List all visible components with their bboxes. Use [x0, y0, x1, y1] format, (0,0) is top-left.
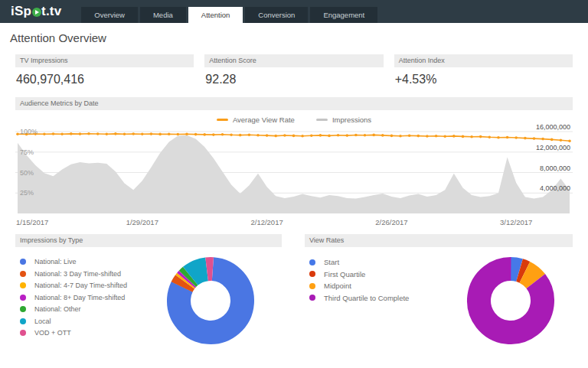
legend-swatch [217, 119, 228, 121]
legend-national-live[interactable]: National: Live [20, 258, 139, 265]
legend-dot [309, 283, 315, 289]
dashboard: iSp t.tv Overview Media Attention Conver… [0, 0, 588, 368]
kpi-label: TV Impressions [15, 54, 194, 67]
svg-text:2/26/2017: 2/26/2017 [375, 218, 407, 226]
section-header-audience: Audience Metrics by Date [15, 97, 573, 110]
section-gap [282, 234, 305, 346]
legend-label: Local [34, 318, 51, 325]
logo-text-prefix: iSp [11, 4, 31, 19]
legend-dot [20, 271, 26, 277]
legend-label: National: Other [34, 305, 81, 313]
legend-dot [309, 271, 315, 277]
nav-tabs: Overview Media Attention Conversion Enga… [81, 0, 380, 23]
legend-label: National: 8+ Day Time-shifted [34, 294, 125, 301]
svg-text:8,000,000: 8,000,000 [540, 164, 570, 172]
section-header-view-rates: View Rates [305, 234, 573, 247]
legend-dot [309, 259, 315, 265]
legend-dot [20, 330, 26, 336]
legend-dot [20, 295, 26, 301]
legend-national-3day[interactable]: National: 3 Day Time-shifted [20, 270, 139, 278]
svg-text:2/12/2017: 2/12/2017 [250, 218, 283, 226]
legend-impressions[interactable]: Impressions [316, 116, 371, 124]
kpi-tv-impressions: TV Impressions 460,970,416 [15, 54, 194, 86]
svg-text:1/29/2017: 1/29/2017 [126, 218, 158, 226]
audience-chart-svg[interactable]: 100%75%50%25%16,000,00012,000,0008,000,0… [15, 125, 573, 227]
legend-label: Impressions [332, 116, 371, 124]
svg-text:12,000,000: 12,000,000 [536, 144, 570, 151]
legend-national-other[interactable]: National: Other [20, 305, 139, 313]
kpi-value: 460,970,416 [15, 73, 194, 86]
top-navbar: iSp t.tv Overview Media Attention Conver… [0, 0, 588, 23]
legend-vod-ott[interactable]: VOD + OTT [20, 329, 139, 337]
legend-dot [20, 318, 26, 324]
impressions-type-donut[interactable] [165, 256, 256, 346]
tab-engagement[interactable]: Engagement [310, 7, 377, 23]
kpi-label: Attention Score [204, 54, 383, 67]
legend-first-quartile[interactable]: First Quartile [309, 270, 449, 278]
legend-national-4-7day[interactable]: National: 4-7 Day Time-shifted [20, 282, 139, 289]
page-title: Attention Overview [10, 31, 573, 44]
view-rates-legend: Start First Quartile Midpoint Third Quar… [305, 256, 449, 346]
impressions-type-legend: National: Live National: 3 Day Time-shif… [15, 256, 139, 346]
kpi-attention-index: Attention Index +4.53% [394, 54, 573, 86]
legend-label: Start [324, 258, 339, 266]
kpi-attention-score: Attention Score 92.28 [204, 54, 383, 86]
audience-chart-legend: Average View Rate Impressions [15, 116, 573, 124]
svg-text:1/15/2017: 1/15/2017 [16, 218, 48, 226]
svg-text:3/12/2017: 3/12/2017 [500, 218, 532, 226]
legend-label: VOD + OTT [34, 329, 71, 337]
legend-label: Midpoint [324, 282, 351, 290]
kpi-value: 92.28 [204, 73, 383, 86]
bottom-sections: Impressions by Type National: Live Natio… [15, 234, 573, 346]
svg-text:75%: 75% [20, 148, 34, 156]
svg-text:50%: 50% [20, 169, 34, 177]
svg-text:4,000,000: 4,000,000 [540, 184, 570, 192]
legend-dot [20, 259, 26, 265]
legend-swatch [316, 119, 328, 121]
legend-third-quartile-complete[interactable]: Third Quartile to Complete [309, 294, 449, 302]
legend-dot [309, 295, 315, 301]
legend-label: National: 3 Day Time-shifted [34, 270, 121, 278]
logo-text-suffix: t.tv [41, 4, 61, 19]
svg-text:25%: 25% [20, 189, 34, 197]
legend-national-8day[interactable]: National: 8+ Day Time-shifted [20, 294, 139, 301]
legend-label: Average View Rate [233, 116, 295, 124]
kpi-value: +4.53% [394, 73, 573, 86]
kpi-label: Attention Index [394, 54, 573, 67]
svg-text:16,000,000: 16,000,000 [536, 125, 570, 131]
svg-text:100%: 100% [20, 128, 38, 135]
legend-label: Third Quartile to Complete [324, 294, 409, 302]
kpi-row: TV Impressions 460,970,416 Attention Sco… [15, 54, 573, 86]
legend-average-view-rate[interactable]: Average View Rate [217, 116, 295, 124]
legend-label: First Quartile [324, 270, 365, 278]
impressions-by-type-section: Impressions by Type National: Live Natio… [15, 234, 282, 346]
play-icon [32, 8, 41, 17]
tab-overview[interactable]: Overview [81, 7, 138, 23]
legend-midpoint[interactable]: Midpoint [309, 282, 449, 290]
section-header-impressions-by-type: Impressions by Type [15, 234, 282, 247]
tab-media[interactable]: Media [140, 7, 186, 23]
legend-label: National: 4-7 Day Time-shifted [34, 282, 127, 289]
legend-local[interactable]: Local [20, 318, 139, 325]
legend-start[interactable]: Start [309, 258, 449, 266]
legend-dot [20, 306, 26, 312]
audience-metrics-section: Audience Metrics by Date Average View Ra… [15, 97, 573, 227]
view-rates-donut[interactable] [466, 256, 556, 346]
tab-attention[interactable]: Attention [188, 7, 243, 25]
legend-label: National: Live [34, 258, 77, 265]
tab-conversion[interactable]: Conversion [245, 7, 308, 23]
legend-dot [20, 282, 26, 288]
view-rates-section: View Rates Start First Quartile Midpoint [305, 234, 573, 346]
ispot-logo[interactable]: iSp t.tv [11, 4, 61, 19]
